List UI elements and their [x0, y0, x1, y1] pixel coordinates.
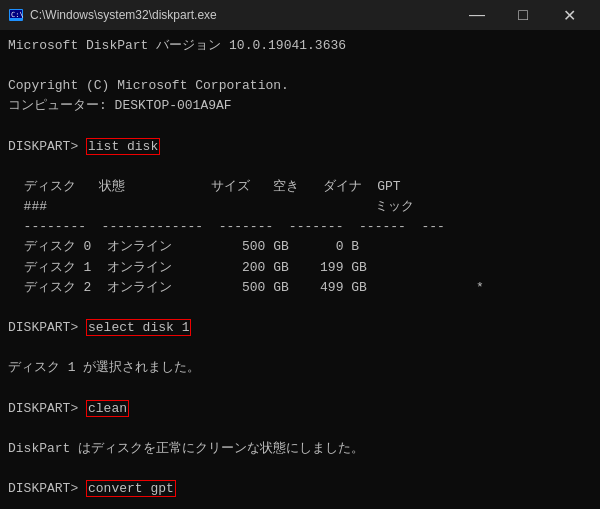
- prompt4-text: DISKPART>: [8, 481, 86, 496]
- window-controls: — □ ✕: [454, 0, 592, 30]
- table-sep: -------- ------------- ------- ------- -…: [8, 217, 592, 237]
- line-prompt2: DISKPART> select disk 1: [8, 318, 592, 338]
- line-copyright: Copyright (C) Microsoft Corporation.: [8, 76, 592, 96]
- title-bar-left: C:\ C:\Windows\system32\diskpart.exe: [8, 7, 217, 23]
- minimize-button[interactable]: —: [454, 0, 500, 30]
- line-prompt4: DISKPART> convert gpt: [8, 479, 592, 499]
- svg-text:C:\: C:\: [11, 11, 24, 19]
- maximize-button[interactable]: □: [500, 0, 546, 30]
- title-bar: C:\ C:\Windows\system32\diskpart.exe — □…: [0, 0, 600, 30]
- line-blank3: [8, 157, 592, 177]
- console-body: Microsoft DiskPart バージョン 10.0.19041.3636…: [0, 30, 600, 509]
- table-header1: ディスク 状態 サイズ 空き ダイナ GPT: [8, 177, 592, 197]
- prompt1-text: DISKPART>: [8, 139, 86, 154]
- table-row2: ディスク 1 オンライン 200 GB 199 GB: [8, 258, 592, 278]
- line-computer: コンピューター: DESKTOP-001A9AF: [8, 96, 592, 116]
- line-version: Microsoft DiskPart バージョン 10.0.19041.3636: [8, 36, 592, 56]
- line-prompt1: DISKPART> list disk: [8, 137, 592, 157]
- line-blank7: [8, 419, 592, 439]
- close-button[interactable]: ✕: [546, 0, 592, 30]
- line-clean-result: DiskPart はディスクを正常にクリーンな状態にしました。: [8, 439, 592, 459]
- window-title: C:\Windows\system32\diskpart.exe: [30, 8, 217, 22]
- line-blank1: [8, 56, 592, 76]
- line-blank9: [8, 499, 592, 509]
- line-blank6: [8, 378, 592, 398]
- cmd2-highlight: select disk 1: [86, 319, 191, 336]
- table-row1: ディスク 0 オンライン 500 GB 0 B: [8, 237, 592, 257]
- cmd4-highlight: convert gpt: [86, 480, 176, 497]
- window: C:\ C:\Windows\system32\diskpart.exe — □…: [0, 0, 600, 509]
- line-blank2: [8, 117, 592, 137]
- line-prompt3: DISKPART> clean: [8, 399, 592, 419]
- line-blank5: [8, 338, 592, 358]
- line-blank4: [8, 298, 592, 318]
- prompt2-text: DISKPART>: [8, 320, 86, 335]
- line-select-result: ディスク 1 が選択されました。: [8, 358, 592, 378]
- cmd3-highlight: clean: [86, 400, 129, 417]
- table-header2: ### ミック: [8, 197, 592, 217]
- app-icon: C:\: [8, 7, 24, 23]
- table-row3: ディスク 2 オンライン 500 GB 499 GB *: [8, 278, 592, 298]
- line-blank8: [8, 459, 592, 479]
- prompt3-text: DISKPART>: [8, 401, 86, 416]
- cmd1-highlight: list disk: [86, 138, 160, 155]
